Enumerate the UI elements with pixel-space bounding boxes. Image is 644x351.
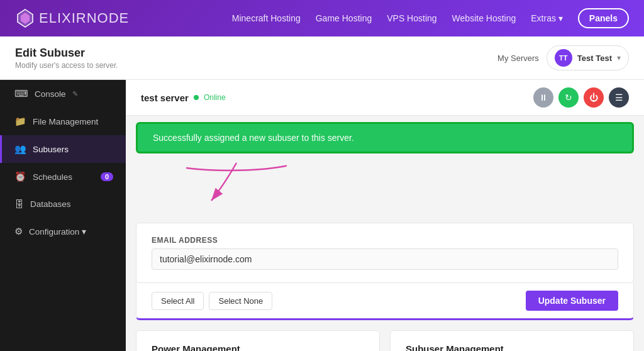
permissions-grid: Power Management Start Server Allows use… (136, 330, 634, 351)
nav-vps-hosting[interactable]: VPS Hosting (387, 13, 436, 23)
page-header: Edit Subuser Modify user's access to ser… (15, 47, 118, 70)
nav-extras[interactable]: Extras ▾ (531, 13, 563, 23)
gear-icon: ⚙ (14, 226, 23, 237)
update-subuser-button[interactable]: Update Subuser (526, 291, 618, 311)
user-menu[interactable]: TT Test Test ▾ (547, 45, 629, 70)
stop-button[interactable]: ⏻ (584, 87, 604, 108)
sidebar-item-label: Console (35, 89, 66, 99)
logo[interactable]: ELIXIRNODE (15, 8, 129, 28)
nav-links: Minecraft Hosting Game Hosting VPS Hosti… (232, 8, 629, 28)
sidebar-item-label: Databases (30, 199, 71, 209)
restart-button[interactable]: ↻ (558, 87, 579, 108)
content-area: test server Online ⏸ ↻ ⏻ ☰ Successfully … (126, 80, 644, 351)
select-none-button[interactable]: Select None (209, 292, 272, 310)
sidebar-item-label: Subusers (33, 145, 69, 154)
sidebar-item-label: File Management (33, 117, 98, 126)
page-title: Edit Subuser (15, 47, 118, 60)
clock-icon: ⏰ (14, 171, 26, 182)
email-input[interactable] (152, 248, 618, 270)
logo-text: ELIXIRNODE (39, 10, 129, 26)
pause-button[interactable]: ⏸ (533, 87, 553, 108)
sidebar-item-console[interactable]: ⌨ Console ✎ (0, 80, 126, 108)
main-layout: ⌨ Console ✎ 📁 File Management 👥 Subusers… (0, 80, 644, 351)
sidebar-item-file-management[interactable]: 📁 File Management (0, 108, 126, 135)
my-servers-link[interactable]: My Servers (497, 53, 539, 63)
folder-icon: 📁 (14, 116, 26, 127)
subuser-management-section: Subuser Management List Subusers Allows … (390, 330, 634, 351)
users-icon: 👥 (14, 143, 26, 155)
status-indicator (194, 95, 199, 100)
power-management-title: Power Management (152, 343, 364, 351)
nav-minecraft-hosting[interactable]: Minecraft Hosting (232, 13, 301, 23)
select-buttons: Select All Select None (152, 292, 272, 310)
server-bar: test server Online ⏸ ↻ ⏻ ☰ (126, 80, 644, 116)
avatar: TT (555, 49, 572, 67)
power-management-section: Power Management Start Server Allows use… (136, 330, 380, 351)
server-name: test server Online (141, 92, 226, 103)
logo-icon (15, 8, 35, 28)
panels-button[interactable]: Panels (578, 8, 629, 28)
page-subtitle: Modify user's access to server. (15, 61, 118, 70)
sidebar-item-subusers[interactable]: 👥 Subusers (0, 135, 126, 163)
subheader: Edit Subuser Modify user's access to ser… (0, 36, 644, 80)
console-icon: ⌨ (14, 88, 28, 99)
success-message: Successfully assigned a new subuser to t… (153, 133, 354, 143)
sidebar-item-label: Configuration ▾ (29, 226, 86, 237)
nav-website-hosting[interactable]: Website Hosting (452, 13, 516, 23)
server-status: Online (204, 93, 226, 102)
select-all-button[interactable]: Select All (152, 292, 204, 310)
sidebar-item-schedules[interactable]: ⏰ Schedules 0 (0, 163, 126, 191)
schedules-badge: 0 (101, 172, 113, 181)
menu-button[interactable]: ☰ (609, 87, 629, 108)
arrow-annotation (186, 150, 287, 213)
sidebar-item-databases[interactable]: 🗄 Databases (0, 191, 126, 218)
annotation-container: Successfully assigned a new subuser to t… (136, 122, 634, 153)
email-form-card: Email Address (136, 223, 634, 283)
subuser-management-title: Subuser Management (406, 343, 618, 351)
sidebar: ⌨ Console ✎ 📁 File Management 👥 Subusers… (0, 80, 126, 351)
sidebar-item-label: Schedules (33, 172, 72, 182)
sidebar-item-configuration[interactable]: ⚙ Configuration ▾ (0, 218, 126, 245)
top-navigation: ELIXIRNODE Minecraft Hosting Game Hostin… (0, 0, 644, 36)
nav-game-hosting[interactable]: Game Hosting (316, 13, 372, 23)
database-icon: 🗄 (14, 199, 24, 209)
success-banner: Successfully assigned a new subuser to t… (136, 122, 634, 153)
action-row: Select All Select None Update Subuser (136, 283, 634, 320)
subheader-right: My Servers TT Test Test ▾ (497, 45, 629, 70)
chevron-down-icon: ▾ (617, 53, 621, 62)
user-name: Test Test (577, 53, 612, 63)
email-label: Email Address (152, 236, 618, 245)
edit-icon: ✎ (72, 90, 78, 98)
server-actions: ⏸ ↻ ⏻ ☰ (533, 87, 629, 108)
